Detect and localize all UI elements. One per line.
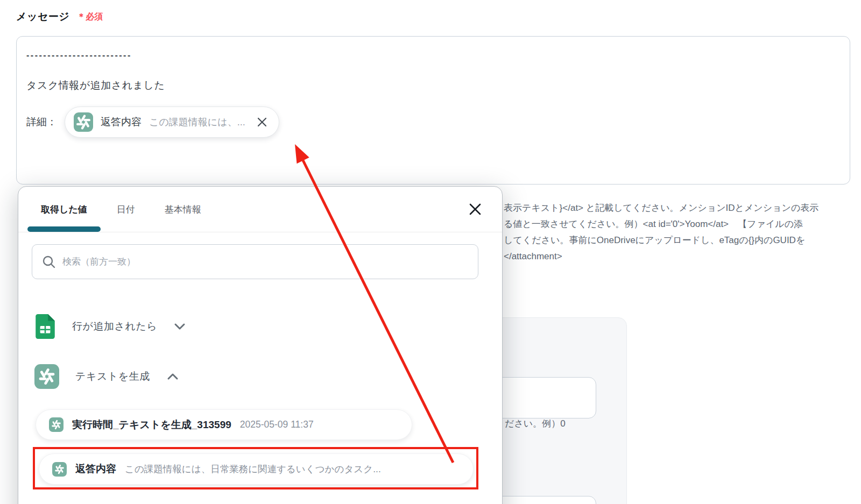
chip-title: 返答内容 bbox=[101, 115, 142, 129]
group-row-sheets-trigger[interactable]: 行が追加されたら bbox=[34, 314, 186, 339]
background-help-text: 表示テキスト}</at> と記載してください。メンションIDとメンションの表示 … bbox=[504, 200, 818, 265]
item-title: 実行時間_テキストを生成_313599 bbox=[72, 418, 231, 432]
openai-icon bbox=[74, 112, 93, 132]
chevron-up-icon[interactable] bbox=[166, 372, 179, 381]
group-label: テキストを生成 bbox=[75, 370, 150, 384]
search-box[interactable] bbox=[32, 244, 478, 279]
list-item-execution-time[interactable]: 実行時間_テキストを生成_313599 2025-05-09 11:37 bbox=[36, 409, 412, 440]
field-label-row: メッセージ ＊必須 bbox=[16, 10, 103, 24]
google-sheets-icon bbox=[34, 314, 56, 339]
tab-basic-info[interactable]: 基本情報 bbox=[151, 187, 215, 232]
chip-preview: この課題情報には、... bbox=[149, 116, 245, 129]
chevron-down-icon[interactable] bbox=[173, 322, 186, 331]
textarea-text-line: タスク情報が追加されました bbox=[26, 79, 840, 93]
search-input[interactable] bbox=[62, 257, 468, 267]
required-badge: ＊必須 bbox=[77, 11, 103, 23]
tab-retrieved-values[interactable]: 取得した値 bbox=[27, 187, 101, 232]
help-text-line: る値と一致させてください。例）<at id='0'>Yoom</at> 【ファイ… bbox=[504, 216, 818, 232]
modal-tab-bar: 取得した値 日付 基本情報 bbox=[18, 187, 502, 232]
group-label: 行が追加されたら bbox=[72, 320, 157, 333]
item-title: 返答内容 bbox=[75, 462, 116, 476]
group-row-generate-text[interactable]: テキストを生成 bbox=[34, 364, 179, 389]
item-timestamp: 2025-05-09 11:37 bbox=[240, 419, 314, 430]
search-icon bbox=[42, 255, 56, 269]
variable-picker-modal: 取得した値 日付 基本情報 行が追加されたら bbox=[18, 186, 503, 504]
tab-date[interactable]: 日付 bbox=[103, 187, 149, 232]
item-preview: この課題情報には、日常業務に関連するいくつかのタスク... bbox=[125, 463, 381, 475]
side-panel-hint-text: ださい。例）0 bbox=[505, 417, 566, 430]
list-item-response-content[interactable]: 返答内容 この課題情報には、日常業務に関連するいくつかのタスク... bbox=[39, 453, 474, 485]
openai-icon bbox=[34, 364, 59, 389]
help-text-line: </attachment> bbox=[504, 249, 818, 265]
variable-chip[interactable]: 返答内容 この課題情報には、... bbox=[65, 107, 279, 138]
textarea-divider-line: ------------------------- bbox=[26, 51, 840, 60]
close-icon[interactable] bbox=[467, 201, 484, 218]
textarea-detail-row: 詳細： 返答内容 この課題情報には、... bbox=[26, 107, 840, 138]
help-text-line: 表示テキスト}</at> と記載してください。メンションIDとメンションの表示 bbox=[504, 200, 818, 216]
chip-remove-icon[interactable] bbox=[256, 116, 268, 128]
field-label: メッセージ bbox=[16, 10, 69, 24]
message-textarea[interactable]: ------------------------- タスク情報が追加されました … bbox=[16, 36, 850, 184]
detail-prefix-label: 詳細： bbox=[26, 115, 57, 129]
openai-icon bbox=[49, 417, 63, 432]
help-text-line: してください。事前にOneDriveにアップロードし、eTagの{}内のGUID… bbox=[504, 232, 818, 249]
openai-icon bbox=[52, 462, 67, 477]
